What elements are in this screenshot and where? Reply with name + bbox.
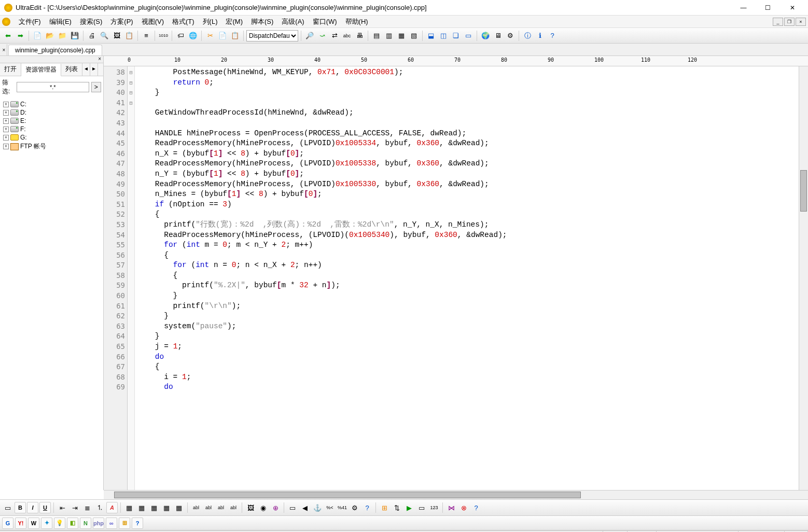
help2-icon[interactable]: ?	[361, 502, 373, 513]
web-btn-5[interactable]: ◧	[67, 517, 78, 529]
play-icon[interactable]: ▶	[403, 502, 415, 513]
web-btn-3[interactable]: ✦	[41, 517, 52, 529]
mdi-restore[interactable]: ❐	[784, 18, 795, 26]
anchor-icon[interactable]: ⚓	[312, 502, 323, 513]
info-icon[interactable]: ⓘ	[522, 30, 533, 41]
print-icon[interactable]: 🖨	[86, 30, 97, 41]
italic-button[interactable]: I	[27, 502, 38, 513]
preview-icon[interactable]: 🔍	[99, 30, 110, 41]
side-tab-explorer[interactable]: 资源管理器	[21, 64, 61, 76]
help3-icon[interactable]: ?	[470, 502, 482, 513]
outdent-icon[interactable]: ⇤	[57, 502, 68, 513]
code-view[interactable]: PostMessage(hMineWnd, WM_KEYUP, 0x71, 0x…	[135, 66, 799, 490]
grid5-icon[interactable]: ▦	[173, 502, 185, 513]
function-combo[interactable]: DispatchDefau	[246, 30, 298, 41]
tree-item[interactable]: +D:	[1, 108, 102, 117]
tree-item[interactable]: +C:	[1, 100, 102, 108]
menu-搜索(S)[interactable]: 搜索(S)	[76, 16, 106, 27]
side-tab-open[interactable]: 打开	[0, 63, 21, 76]
indent-icon[interactable]: ⇥	[69, 502, 80, 513]
menu-编辑(E)[interactable]: 编辑(E)	[45, 16, 76, 27]
web-btn-6[interactable]: N	[80, 517, 91, 529]
panel-close-icon[interactable]: ×	[0, 56, 103, 63]
side-tab-next[interactable]: ▸	[90, 63, 98, 76]
expand-icon[interactable]: +	[3, 135, 9, 141]
del-icon[interactable]: ⊗	[458, 502, 469, 513]
maximize-button[interactable]: ☐	[756, 1, 779, 15]
grid4-icon[interactable]: ▦	[161, 502, 172, 513]
perc-icon[interactable]: %<	[324, 502, 336, 513]
print2-icon[interactable]: 🖶	[354, 30, 365, 41]
expand-icon[interactable]: +	[3, 102, 9, 107]
circle-icon[interactable]: ⊕	[270, 502, 281, 513]
bold-button[interactable]: B	[15, 502, 26, 513]
expand-icon[interactable]: +	[3, 110, 9, 116]
web-btn-8[interactable]: ∞	[106, 517, 117, 529]
find-next-icon[interactable]: ⤻	[316, 30, 328, 41]
html-icon[interactable]: ▭	[2, 502, 13, 513]
doc-icon2[interactable]: 📋	[123, 30, 135, 41]
font-button[interactable]: A	[106, 502, 118, 513]
menu-文件(F)[interactable]: 文件(F)	[15, 16, 45, 27]
menu-方案(P)[interactable]: 方案(P)	[106, 16, 137, 27]
filter-go-button[interactable]: >	[91, 82, 101, 92]
arrange-icon[interactable]: ▭	[463, 30, 474, 41]
web-btn-0[interactable]: G	[2, 517, 13, 529]
ab-icon[interactable]: ▭	[416, 502, 427, 513]
grid2-icon[interactable]: ▦	[136, 502, 147, 513]
tree-item[interactable]: +FTP 帐号	[1, 142, 102, 151]
expand-icon[interactable]: +	[3, 127, 9, 132]
tag3-icon[interactable]: abl	[215, 502, 227, 513]
window-icon[interactable]: ▭	[287, 502, 298, 513]
grid1-icon[interactable]: ▦	[123, 502, 135, 513]
minimize-button[interactable]: —	[732, 1, 755, 15]
paste-icon[interactable]: 📋	[229, 30, 241, 41]
diff-icon[interactable]: ⇅	[391, 502, 402, 513]
globe-run-icon[interactable]: 🌐	[187, 30, 199, 41]
tree-item[interactable]: +F:	[1, 125, 102, 133]
filter-input[interactable]	[17, 82, 89, 92]
menu-脚本(S)[interactable]: 脚本(S)	[247, 16, 277, 27]
num-icon[interactable]: 123	[428, 502, 440, 513]
mdi-minimize[interactable]: _	[773, 18, 783, 26]
side-tab-prev[interactable]: ◂	[82, 63, 90, 76]
vertical-scrollbar[interactable]	[799, 66, 808, 490]
align-left-icon[interactable]: ▤	[371, 30, 382, 41]
tag4-icon[interactable]: abl	[228, 502, 239, 513]
tabs-close-icon[interactable]: ×	[1, 44, 7, 55]
monitor-icon[interactable]: 🖥	[492, 30, 504, 41]
align-right-icon[interactable]: ▦	[396, 30, 407, 41]
tile-v-icon[interactable]: ◫	[438, 30, 449, 41]
grid3-icon[interactable]: ▦	[148, 502, 160, 513]
align-just-icon[interactable]: ▧	[408, 30, 420, 41]
tree-item[interactable]: +E:	[1, 117, 102, 125]
forward-icon[interactable]: ➡	[15, 30, 26, 41]
web-btn-7[interactable]: php	[93, 517, 104, 529]
new-file-icon[interactable]: 📄	[32, 30, 43, 41]
cfg-icon[interactable]: ⚙	[349, 502, 360, 513]
tab-active[interactable]: winmine_plugin(console).cpp	[8, 45, 102, 55]
about-icon[interactable]: ℹ	[534, 30, 546, 41]
perc2-icon[interactable]: %41	[337, 502, 348, 513]
web-icon[interactable]: 🌍	[480, 30, 491, 41]
mdi-close[interactable]: ×	[796, 18, 806, 26]
vs-icon[interactable]: ⋈	[445, 502, 457, 513]
expand-icon[interactable]: +	[3, 144, 9, 149]
menu-帮助(H)[interactable]: 帮助(H)	[341, 16, 372, 27]
rec-icon[interactable]: ◉	[257, 502, 269, 513]
align-center-icon[interactable]: ▥	[383, 30, 395, 41]
web-btn-2[interactable]: W	[28, 517, 39, 529]
open-file-icon[interactable]: 📂	[44, 30, 55, 41]
img-icon[interactable]: 🖼	[111, 30, 122, 41]
help-icon[interactable]: ?	[547, 30, 558, 41]
menu-高级(A)[interactable]: 高级(A)	[277, 16, 308, 27]
menu-列(L)[interactable]: 列(L)	[199, 16, 222, 27]
config-icon[interactable]: ⚙	[505, 30, 516, 41]
horizontal-scrollbar[interactable]	[104, 490, 808, 499]
tree-item[interactable]: +G:	[1, 133, 102, 142]
menu-窗口(W)[interactable]: 窗口(W)	[309, 16, 341, 27]
copy-icon[interactable]: 📄	[217, 30, 228, 41]
numbered-icon[interactable]: ⒈	[94, 502, 105, 513]
find-icon[interactable]: 🔎	[304, 30, 315, 41]
web-btn-10[interactable]: ?	[132, 517, 143, 529]
